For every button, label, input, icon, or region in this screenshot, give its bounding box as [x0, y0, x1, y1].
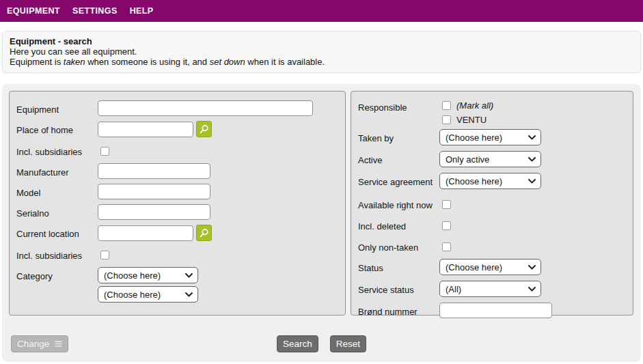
taken-by-select-value: (Choose here)	[446, 132, 502, 143]
chevron-down-icon	[185, 292, 193, 297]
mark-all-label: (Mark all)	[456, 100, 493, 111]
place-of-home-label: Place of home	[16, 123, 98, 135]
incl-subsidiaries-label: Incl. subsidiaries	[16, 145, 98, 157]
page-title: Equipment - search	[10, 36, 633, 46]
top-navbar: EQUIPMENT SETTINGS HELP	[0, 0, 643, 22]
search-button[interactable]: Search	[277, 335, 318, 352]
search-icon	[199, 124, 209, 135]
chevron-down-icon	[185, 273, 193, 278]
status-select[interactable]: (Choose here)	[439, 259, 541, 275]
current-location-input[interactable]	[98, 225, 193, 241]
incl-deleted-label: Incl. deleted	[358, 219, 439, 232]
chevron-down-icon	[528, 265, 536, 270]
status-label: Status	[358, 261, 439, 273]
category-select-value: (Choose here)	[104, 270, 161, 281]
only-non-taken-checkbox[interactable]	[442, 242, 451, 251]
service-status-select-value: (All)	[446, 284, 461, 294]
category-label: Category	[16, 269, 98, 281]
category-select[interactable]: (Choose here)	[98, 267, 198, 283]
manufacturer-label: Manufacturer	[16, 165, 98, 178]
page-subtitle: Here you can see all equipment.	[10, 46, 633, 57]
subcategory-select[interactable]: (Choose here)	[98, 286, 198, 303]
model-label: Model	[16, 186, 98, 198]
service-agreement-select[interactable]: (Choose here)	[439, 173, 541, 189]
incl-subsidiaries-checkbox[interactable]	[100, 147, 109, 156]
available-right-now-label: Available right now	[358, 198, 439, 210]
nav-equipment[interactable]: EQUIPMENT	[7, 6, 60, 16]
service-agreement-label: Service agreement	[358, 175, 439, 187]
place-of-home-lookup-button[interactable]	[196, 121, 212, 137]
service-status-label: Service status	[358, 283, 439, 295]
current-location-label: Current location	[16, 227, 98, 239]
page-header: Equipment - search Here you can see all …	[2, 31, 641, 73]
reset-button[interactable]: Reset	[330, 335, 366, 352]
equipment-input[interactable]	[98, 100, 313, 116]
page-description: Equipment is taken when someone is using…	[10, 57, 633, 67]
manufacturer-input[interactable]	[98, 163, 210, 179]
active-select[interactable]: Only active	[439, 151, 541, 167]
responsible-ventu-label: VENTU	[456, 115, 487, 125]
search-form-container: Equipment Place of home Incl. subsidia	[2, 84, 641, 362]
responsible-ventu-checkbox[interactable]	[442, 115, 451, 124]
right-search-panel: Responsible (Mark all) VENTU Taken by (C…	[351, 91, 633, 316]
brond-nummer-label: Brønd nummer	[358, 305, 439, 317]
place-of-home-input[interactable]	[98, 122, 193, 137]
serialno-input[interactable]	[98, 204, 210, 220]
incl-subsidiaries2-checkbox[interactable]	[100, 251, 109, 260]
equipment-label: Equipment	[16, 102, 98, 115]
incl-subsidiaries2-label: Incl. subsidiaries	[16, 249, 98, 261]
active-label: Active	[358, 153, 439, 165]
responsible-label: Responsible	[358, 100, 439, 113]
nav-help[interactable]: HELP	[130, 6, 154, 16]
brond-nummer-input[interactable]	[439, 303, 552, 318]
search-icon	[199, 228, 209, 238]
serialno-label: Serialno	[16, 206, 98, 219]
left-search-panel: Equipment Place of home Incl. subsidia	[9, 91, 346, 316]
current-location-lookup-button[interactable]	[196, 225, 212, 241]
model-input[interactable]	[98, 184, 210, 199]
chevron-down-icon	[528, 179, 536, 184]
active-select-value: Only active	[446, 154, 489, 165]
chevron-down-icon	[528, 287, 536, 292]
chevron-down-icon	[528, 135, 536, 140]
mark-all-checkbox[interactable]	[442, 101, 451, 110]
service-agreement-select-value: (Choose here)	[446, 176, 502, 186]
form-actions: Change Search Reset	[2, 335, 641, 352]
only-non-taken-label: Only non-taken	[358, 240, 439, 253]
taken-by-label: Taken by	[358, 131, 439, 143]
nav-settings[interactable]: SETTINGS	[72, 6, 118, 16]
subcategory-select-value: (Choose here)	[104, 290, 161, 300]
chevron-down-icon	[528, 157, 536, 162]
incl-deleted-checkbox[interactable]	[442, 221, 451, 230]
service-status-select[interactable]: (All)	[439, 281, 541, 297]
available-right-now-checkbox[interactable]	[442, 200, 451, 209]
status-select-value: (Choose here)	[446, 262, 502, 272]
taken-by-select[interactable]: (Choose here)	[439, 129, 541, 145]
